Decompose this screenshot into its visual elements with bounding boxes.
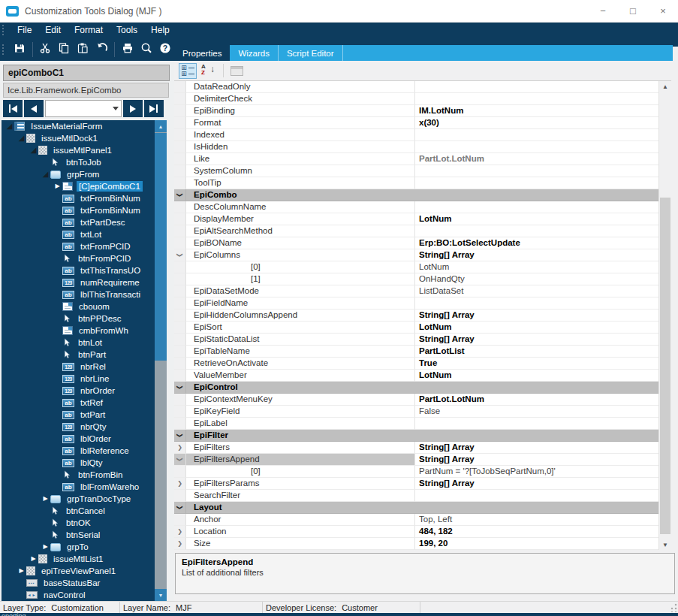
grid-category-EpiCombo[interactable]: ❯EpiCombo — [174, 189, 671, 201]
grid-chevron-cell[interactable]: ❯ — [174, 442, 186, 454]
grid-row-1[interactable]: [1]OnHandQty — [174, 273, 671, 285]
grid-property-value[interactable] — [415, 177, 671, 189]
tree-item-numRequireme[interactable]: 123numRequireme — [2, 276, 167, 288]
grid-chevron-cell[interactable]: ❯ — [174, 502, 186, 514]
scroll-up-icon[interactable]: ▲ — [155, 120, 167, 132]
grid-row-ToolTip[interactable]: ToolTip — [174, 177, 671, 189]
previous-record-button[interactable] — [24, 100, 44, 117]
grid-row-EpiFiltersAppend[interactable]: ❯EpiFiltersAppendString[] Array — [174, 454, 671, 466]
grid-row-EpiFiltersParams[interactable]: ❯EpiFiltersParamsString[] Array — [174, 478, 671, 490]
grid-row-EpiStaticDataList[interactable]: EpiStaticDataListString[] Array — [174, 334, 671, 346]
grid-category-EpiFilter[interactable]: ❯EpiFilter — [174, 430, 671, 442]
save-button[interactable] — [11, 40, 29, 59]
cut-button[interactable] — [36, 40, 55, 59]
grid-chevron-cell[interactable]: ❯ — [174, 526, 186, 538]
grid-property-value[interactable]: String[] Array — [415, 334, 671, 346]
menu-item-help[interactable]: Help — [144, 23, 176, 37]
grid-property-value[interactable]: PartNum = '?[ToJobSeqPartNum,0]' — [415, 466, 671, 478]
grid-property-value[interactable]: String[] Array — [415, 310, 671, 322]
grid-row-Indexed[interactable]: Indexed — [174, 129, 671, 141]
grid-property-value[interactable]: String[] Array — [415, 478, 671, 490]
last-record-button[interactable] — [144, 100, 164, 117]
grid-property-value[interactable]: ListDataSet — [415, 285, 671, 297]
grid-row-EpiSort[interactable]: EpiSortLotNum — [174, 322, 671, 334]
grid-row-EpiFilters[interactable]: ❯EpiFiltersString[] Array — [174, 442, 671, 454]
grid-property-value[interactable]: LotNum — [415, 322, 671, 334]
grid-property-value[interactable] — [415, 201, 671, 213]
grid-row-EpiTableName[interactable]: EpiTableNamePartLotList — [174, 346, 671, 358]
paste-button[interactable] — [74, 40, 92, 59]
menu-item-format[interactable]: Format — [68, 23, 110, 37]
tree-item-lblThisTransacti[interactable]: ablblThisTransacti — [2, 288, 167, 300]
tab-wizards[interactable]: Wizards — [230, 45, 279, 61]
grid-row-Format[interactable]: Formatx(30) — [174, 117, 671, 129]
tree-item-btnLot[interactable]: btnLot — [2, 337, 167, 349]
tree-item-lblQty[interactable]: ablblQty — [2, 457, 167, 469]
grid-chevron-cell[interactable]: ❯ — [174, 454, 186, 466]
grid-row-EpiHiddenColumnsAppend[interactable]: EpiHiddenColumnsAppendString[] Array — [174, 310, 671, 322]
tree-item-txtThisTransUO[interactable]: abtxtThisTransUO — [2, 264, 167, 276]
grid-property-value[interactable]: 199, 20 — [415, 538, 671, 550]
grid-property-value[interactable]: Top, Left — [415, 514, 671, 526]
grid-property-value[interactable]: PartLot.LotNum — [415, 153, 671, 165]
scroll-down-icon[interactable]: ▼ — [155, 589, 167, 601]
grid-row-Location[interactable]: ❯Location484, 182 — [174, 526, 671, 538]
tree-item-issueMtlList1[interactable]: ▶issueMtlList1 — [2, 553, 167, 565]
grid-row-SystemColumn[interactable]: SystemColumn — [174, 165, 671, 177]
property-pages-button[interactable] — [228, 63, 246, 79]
menu-item-tools[interactable]: Tools — [110, 23, 144, 37]
tree-item-cbouom[interactable]: cbouom — [2, 300, 167, 313]
grid-row-EpiKeyField[interactable]: EpiKeyFieldFalse — [174, 406, 671, 418]
scroll-up-icon[interactable]: ▲ — [661, 81, 670, 92]
grid-row-RetrieveOnActivate[interactable]: RetrieveOnActivateTrue — [174, 358, 671, 370]
tree-item-nbrLine[interactable]: 123nbrLine — [2, 373, 167, 385]
grid-row-EpiDataSetMode[interactable]: EpiDataSetModeListDataSet — [174, 285, 671, 297]
grid-scrollbar-thumb[interactable] — [660, 198, 670, 534]
tree-item-lblFromWareho[interactable]: ablblFromWareho — [2, 481, 167, 493]
tree-item-btnFromBin[interactable]: btnFromBin — [2, 469, 167, 481]
next-record-button[interactable] — [123, 100, 143, 117]
grid-row-ValueMember[interactable]: ValueMemberLotNum — [174, 370, 671, 382]
grid-row-0[interactable]: [0]LotNum — [174, 261, 671, 273]
tree-expander-icon[interactable]: ◢ — [5, 120, 14, 132]
grid-row-EpiBinding[interactable]: EpiBindingIM.LotNum — [174, 105, 671, 117]
tree-item-nbrRel[interactable]: 123nbrRel — [2, 361, 167, 373]
tree-item-txtPartDesc[interactable]: abtxtPartDesc — [2, 216, 167, 228]
close-button[interactable]: × — [648, 0, 678, 22]
grid-property-value[interactable]: String[] Array — [415, 454, 671, 466]
grid-property-value[interactable] — [415, 297, 671, 310]
grid-property-value[interactable] — [415, 141, 671, 153]
tree-item-txtFromPCID[interactable]: abtxtFromPCID — [2, 240, 167, 252]
tab-script-editor[interactable]: Script Editor — [279, 45, 343, 61]
grid-property-value[interactable]: True — [415, 358, 671, 370]
grid-row-EpiLabel[interactable]: EpiLabel — [174, 418, 671, 430]
tree-item-txtPart[interactable]: abtxtPart — [2, 409, 167, 421]
grid-chevron-cell[interactable]: ❯ — [174, 478, 186, 490]
grid-row-0[interactable]: [0]PartNum = '?[ToJobSeqPartNum,0]' — [174, 466, 671, 478]
grid-category-EpiControl[interactable]: ❯EpiControl — [174, 382, 671, 394]
grid-property-value[interactable]: x(30) — [415, 117, 671, 129]
grid-row-Anchor[interactable]: AnchorTop, Left — [174, 514, 671, 526]
grid-property-value[interactable]: LotNum — [415, 370, 671, 382]
tree-item-epiTreeViewPanel1[interactable]: ▶epiTreeViewPanel1 — [2, 565, 167, 577]
tree-item-grpTranDocType[interactable]: ▶grpTranDocType — [2, 493, 167, 505]
tree-item-lblReference[interactable]: ablblReference — [2, 445, 167, 457]
tree-item-txtRef[interactable]: abtxtRef — [2, 397, 167, 409]
grid-property-value[interactable]: False — [415, 406, 671, 418]
tree-expander-icon[interactable]: ◢ — [17, 132, 26, 144]
grid-property-value[interactable]: LotNum — [415, 213, 671, 225]
tree-item-lblOrder[interactable]: ablblOrder — [2, 433, 167, 445]
print-button[interactable] — [118, 40, 137, 59]
grid-property-value[interactable]: PartLot.LotNum — [415, 394, 671, 406]
grid-chevron-cell[interactable]: ❯ — [174, 189, 186, 201]
grid-property-value[interactable] — [415, 129, 671, 141]
grid-property-value[interactable] — [415, 165, 671, 177]
undo-button[interactable] — [92, 40, 111, 59]
tree-item-CepiComboC1[interactable]: ▶[C]epiComboC1 — [2, 180, 167, 192]
grid-row-DisplayMember[interactable]: DisplayMemberLotNum — [174, 213, 671, 225]
grid-chevron-cell[interactable]: ❯ — [174, 430, 186, 442]
grid-category-Layout[interactable]: ❯Layout — [174, 502, 671, 514]
grid-property-value[interactable] — [415, 81, 671, 93]
grid-property-value[interactable]: IM.LotNum — [415, 105, 671, 117]
tree-item-btnOK[interactable]: btnOK — [2, 517, 167, 529]
